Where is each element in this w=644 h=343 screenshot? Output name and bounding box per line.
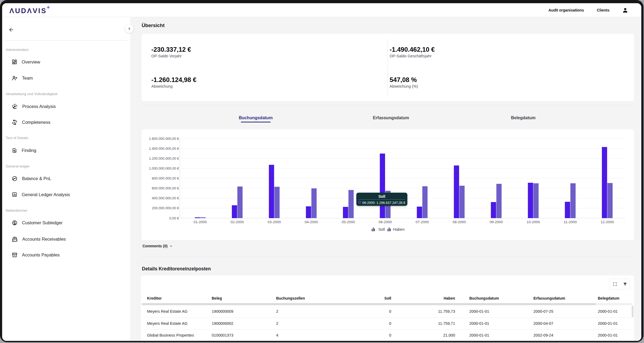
svg-text:0,00 €: 0,00 € (169, 216, 179, 220)
svg-text:1.600.000.000,00 €: 1.600.000.000,00 € (149, 137, 179, 141)
svg-text:08-2000: 08-2000 (453, 220, 466, 224)
svg-text:12-2000: 12-2000 (601, 220, 614, 224)
svg-text:Soll: Soll (378, 227, 385, 232)
svg-text:03-2000: 03-2000 (268, 220, 281, 224)
svg-text:11-2000: 11-2000 (564, 220, 577, 224)
svg-text:400.000.000,00 €: 400.000.000,00 € (152, 196, 179, 200)
svg-text:06-2000: 06-2000 (379, 220, 392, 224)
svg-text:07-2000: 07-2000 (416, 220, 429, 224)
svg-text:1.200.000.000,00 €: 1.200.000.000,00 € (149, 156, 179, 161)
svg-text:05-2000: 05-2000 (342, 220, 355, 224)
svg-text:10-2000: 10-2000 (526, 220, 540, 224)
svg-text:1.000.000.000,00 €: 1.000.000.000,00 € (149, 166, 179, 170)
svg-text:09-2000: 09-2000 (490, 220, 503, 224)
svg-text:Haben: Haben (393, 227, 405, 232)
svg-text:01-2000: 01-2000 (193, 220, 207, 224)
svg-text:600.000.000,00 €: 600.000.000,00 € (152, 186, 179, 190)
svg-text:800.000.000,00 €: 800.000.000,00 € (152, 176, 179, 180)
svg-text:1.400.000.000,00 €: 1.400.000.000,00 € (149, 147, 179, 151)
svg-text:04-2000: 04-2000 (305, 220, 318, 224)
svg-text:02-2000: 02-2000 (230, 220, 244, 224)
svg-text:200.000.000,00 €: 200.000.000,00 € (152, 206, 179, 210)
